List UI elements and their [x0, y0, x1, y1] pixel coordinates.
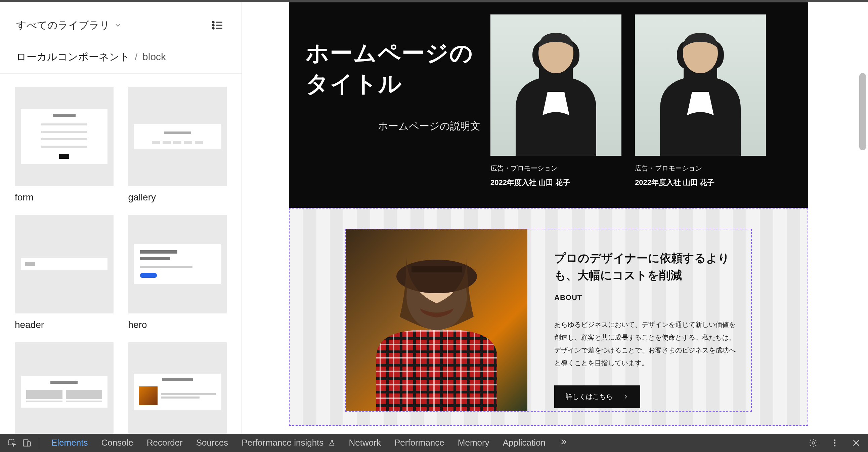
tab-recorder[interactable]: Recorder [147, 437, 183, 449]
devtools-close-button[interactable] [850, 436, 863, 449]
tab-performance[interactable]: Performance [394, 437, 444, 449]
component-thumb [128, 215, 227, 314]
tab-elements[interactable]: Elements [52, 437, 88, 449]
breadcrumb-separator: / [135, 51, 137, 62]
person-name: 2022年度入社 山田 花子 [635, 177, 766, 188]
component-thumb [128, 87, 227, 186]
close-icon [851, 438, 861, 448]
breadcrumb-root[interactable]: ローカルコンポーネント [16, 51, 130, 62]
svg-point-20 [812, 442, 814, 444]
component-thumb [15, 342, 114, 434]
tab-performance-insights[interactable]: Performance insights [242, 437, 335, 449]
svg-point-4 [213, 28, 214, 29]
gear-icon [809, 438, 818, 448]
design-canvas[interactable]: ホームページのタイトル ホームページの説明文 [242, 2, 868, 434]
about-image [346, 229, 527, 411]
kebab-icon [830, 438, 839, 448]
person-image [490, 15, 621, 156]
about-cta-button[interactable]: 詳しくはこちら [554, 386, 640, 408]
component-label: hero [128, 319, 227, 330]
about-paragraph: あらゆるビジネスにおいて、デザインを通じて新しい価値を創造し、顧客と共に成長する… [554, 318, 738, 369]
devtools-settings-button[interactable] [807, 436, 819, 449]
hero-title: ホームページのタイトル [306, 38, 480, 99]
breadcrumb: ローカルコンポーネント / block [0, 40, 242, 74]
component-card-gallery[interactable]: gallery [128, 87, 227, 203]
canvas-scrollbar-thumb[interactable] [859, 73, 866, 150]
svg-point-21 [834, 440, 836, 441]
about-label: ABOUT [554, 293, 738, 302]
hero-subtitle: ホームページの説明文 [306, 119, 480, 133]
chevron-down-icon [114, 21, 122, 29]
tab-sources[interactable]: Sources [196, 437, 228, 449]
assets-panel: すべてのライブラリ ローカルコンポーネント / block [0, 2, 242, 434]
breadcrumb-current: block [143, 51, 166, 62]
component-thumb [15, 87, 114, 186]
tab-application[interactable]: Application [503, 437, 546, 449]
about-block-inner[interactable]: プロのデザイナーに依頼するよりも、大幅にコストを削減 ABOUT あらゆるビジネ… [345, 229, 752, 412]
tabs-overflow[interactable] [559, 437, 568, 449]
inspect-icon [7, 438, 17, 448]
devices-icon [22, 438, 32, 448]
person-tag: 広告・プロモーション [635, 164, 766, 173]
component-label: header [15, 319, 114, 330]
component-thumb [128, 342, 227, 434]
person-tag: 広告・プロモーション [490, 164, 621, 173]
component-label: gallery [128, 192, 227, 203]
component-card-form[interactable]: form [15, 87, 114, 203]
component-card-header[interactable]: header [15, 215, 114, 331]
component-grid: form gallery [0, 74, 242, 434]
person-image [635, 15, 766, 156]
person-name: 2022年度入社 山田 花子 [490, 177, 621, 188]
chevron-right-icon [623, 394, 629, 400]
about-cta-label: 詳しくはこちら [566, 392, 613, 401]
flask-icon [328, 439, 336, 447]
library-dropdown[interactable]: すべてのライブラリ [16, 19, 122, 32]
list-icon [211, 19, 223, 31]
device-toolbar-button[interactable] [20, 436, 34, 450]
double-chevron-right-icon [559, 437, 568, 446]
svg-point-22 [834, 442, 836, 444]
inspect-element-button[interactable] [5, 436, 19, 450]
svg-point-2 [213, 25, 214, 26]
component-thumb [15, 215, 114, 314]
component-card-info[interactable] [15, 342, 114, 434]
tab-network[interactable]: Network [349, 437, 381, 449]
svg-rect-19 [27, 442, 30, 446]
library-dropdown-label: すべてのライブラリ [16, 19, 110, 32]
component-card-about[interactable] [128, 342, 227, 434]
component-card-hero[interactable]: hero [128, 215, 227, 331]
devtools-tabs: Elements Console Recorder Sources Perfor… [52, 437, 806, 449]
svg-rect-16 [411, 266, 462, 273]
devtools-bar: Elements Console Recorder Sources Perfor… [0, 434, 868, 452]
tab-memory[interactable]: Memory [458, 437, 489, 449]
svg-point-0 [213, 22, 214, 23]
devtools-menu-button[interactable] [828, 436, 841, 449]
about-title: プロのデザイナーに依頼するよりも、大幅にコストを削減 [554, 250, 738, 284]
tab-console[interactable]: Console [101, 437, 133, 449]
about-block-selection[interactable]: プロのデザイナーに依頼するよりも、大幅にコストを削減 ABOUT あらゆるビジネ… [289, 208, 808, 426]
list-view-toggle[interactable] [209, 17, 225, 33]
person-card[interactable]: 広告・プロモーション 2022年度入社 山田 花子 [635, 15, 766, 188]
person-card[interactable]: 広告・プロモーション 2022年度入社 山田 花子 [490, 15, 621, 188]
hero-block[interactable]: ホームページのタイトル ホームページの説明文 [289, 2, 808, 208]
svg-point-23 [834, 445, 836, 447]
separator [39, 437, 39, 448]
component-label: form [15, 192, 114, 203]
thumb-title-bar [53, 114, 75, 117]
